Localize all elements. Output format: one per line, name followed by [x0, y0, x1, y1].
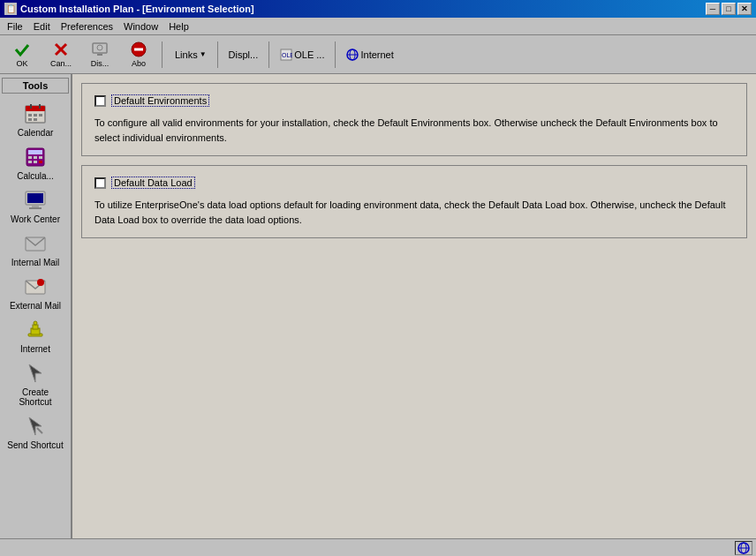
status-internet-icon [735, 541, 752, 555]
sidebar-item-calendar-label: Calendar [18, 128, 54, 138]
svg-marker-40 [29, 364, 42, 382]
menu-preferences[interactable]: Preferences [56, 19, 118, 34]
sidebar-item-internal-mail-label: Internal Mail [11, 258, 59, 267]
title-bar-controls[interactable]: ─ □ ✕ [706, 3, 752, 15]
internet-button[interactable]: Internet [342, 47, 397, 63]
toolbar-separator-3 [268, 41, 269, 68]
calendar-icon [23, 101, 48, 126]
title-bar-left: 📋 Custom Installation Plan - [Environmen… [4, 3, 254, 15]
svg-rect-38 [33, 325, 38, 329]
minimize-button[interactable]: ─ [706, 3, 720, 15]
close-button[interactable]: ✕ [737, 3, 752, 15]
menu-bar: File Edit Preferences Window Help [0, 18, 756, 35]
svg-rect-16 [28, 114, 32, 116]
abort-label: Abo [132, 59, 146, 68]
menu-help[interactable]: Help [163, 19, 194, 34]
default-data-load-label: Default Data Load [111, 177, 195, 189]
sidebar-item-send-shortcut-label: Send Shortcut [7, 440, 63, 450]
calculator-icon [23, 145, 48, 169]
display-button[interactable]: Dis... [81, 38, 118, 71]
section-default-data-load: Default Data Load To utilize EnterpriseO… [81, 165, 747, 238]
section-1-header: Default Environments [94, 94, 734, 107]
svg-rect-30 [27, 193, 43, 203]
main-container: Tools Calendar [0, 74, 756, 538]
sidebar-item-send-shortcut[interactable]: Send Shortcut [4, 411, 66, 453]
display2-label: Displ... [229, 49, 259, 60]
svg-rect-23 [28, 156, 32, 159]
menu-file[interactable]: File [2, 19, 28, 34]
ole-label: OLE ... [294, 49, 324, 60]
section-default-environments: Default Environments To configure all va… [81, 83, 747, 156]
svg-rect-28 [39, 161, 42, 163]
svg-rect-20 [34, 118, 37, 121]
svg-point-3 [97, 45, 102, 50]
svg-rect-25 [39, 156, 42, 159]
svg-rect-24 [34, 156, 37, 159]
display-label: Dis... [91, 59, 110, 68]
svg-rect-19 [28, 118, 32, 121]
internet-label: Internet [360, 49, 393, 60]
default-environments-checkbox[interactable] [94, 95, 106, 107]
menu-window[interactable]: Window [118, 19, 163, 34]
toolbar-separator-4 [335, 41, 336, 68]
cancel-icon [52, 41, 70, 58]
external-mail-icon [23, 274, 48, 299]
cancel-button[interactable]: Can... [42, 38, 79, 71]
svg-rect-27 [34, 161, 37, 163]
display-icon [91, 41, 109, 58]
links-label: Links [175, 49, 198, 60]
sidebar-item-internal-mail[interactable]: Internal Mail [4, 229, 66, 270]
toolbar-links: Links ▼ Displ... OLE OLE ... Internet [170, 41, 398, 68]
sidebar-item-external-mail[interactable]: External Mail [4, 272, 66, 313]
default-environments-description: To configure all valid environments for … [94, 116, 734, 145]
sidebar-item-internet[interactable]: Internet [4, 315, 66, 357]
svg-rect-18 [39, 114, 42, 116]
sidebar-item-calculator[interactable]: Calcula... [4, 142, 66, 184]
sidebar-item-workcenter[interactable]: Work Center [4, 185, 66, 227]
sidebar-item-create-shortcut[interactable]: Create Shortcut [4, 358, 66, 409]
cancel-label: Can... [50, 59, 72, 68]
toolbar: OK Can... Dis... Abo [0, 35, 756, 74]
sidebar: Tools Calendar [0, 74, 72, 538]
sidebar-item-create-shortcut-label: Create Shortcut [6, 387, 64, 407]
internet-sidebar-icon [23, 318, 48, 342]
internet-icon [346, 49, 359, 61]
title-bar: 📋 Custom Installation Plan - [Environmen… [0, 0, 756, 18]
svg-rect-22 [28, 150, 42, 154]
ole-button[interactable]: OLE OLE ... [276, 47, 329, 63]
toolbar-separator-1 [162, 41, 163, 68]
svg-point-35 [37, 279, 44, 286]
ok-icon [13, 41, 31, 58]
status-bar [0, 538, 756, 556]
sidebar-item-internet-label: Internet [20, 344, 50, 354]
svg-text:OLE: OLE [282, 52, 292, 58]
svg-rect-13 [26, 106, 45, 111]
default-data-load-checkbox[interactable] [94, 177, 106, 189]
sidebar-item-calendar[interactable]: Calendar [4, 99, 66, 140]
sidebar-item-external-mail-label: External Mail [10, 301, 61, 311]
section-2-header: Default Data Load [94, 177, 734, 189]
create-shortcut-icon [23, 361, 48, 386]
ok-label: OK [16, 59, 27, 68]
svg-rect-32 [29, 207, 42, 209]
svg-rect-17 [34, 114, 37, 116]
menu-edit[interactable]: Edit [28, 19, 56, 34]
links-arrow-icon: ▼ [200, 50, 207, 58]
svg-line-42 [37, 428, 42, 433]
ok-button[interactable]: OK [4, 38, 41, 71]
internal-mail-icon [23, 231, 48, 256]
toolbar-separator-2 [217, 41, 218, 68]
window-title: Custom Installation Plan - [Environment … [20, 4, 254, 14]
content-area: Default Environments To configure all va… [72, 74, 756, 538]
abort-button[interactable]: Abo [120, 38, 157, 71]
workcenter-icon [23, 188, 48, 213]
links-button[interactable]: Links ▼ [170, 48, 211, 62]
svg-rect-26 [28, 161, 32, 163]
sidebar-item-workcenter-label: Work Center [11, 214, 60, 224]
abort-icon [130, 41, 147, 58]
svg-point-39 [34, 321, 37, 325]
maximize-button[interactable]: □ [722, 3, 736, 15]
svg-rect-31 [32, 205, 39, 207]
sidebar-item-calculator-label: Calcula... [17, 171, 54, 181]
display2-button[interactable]: Displ... [224, 48, 263, 62]
